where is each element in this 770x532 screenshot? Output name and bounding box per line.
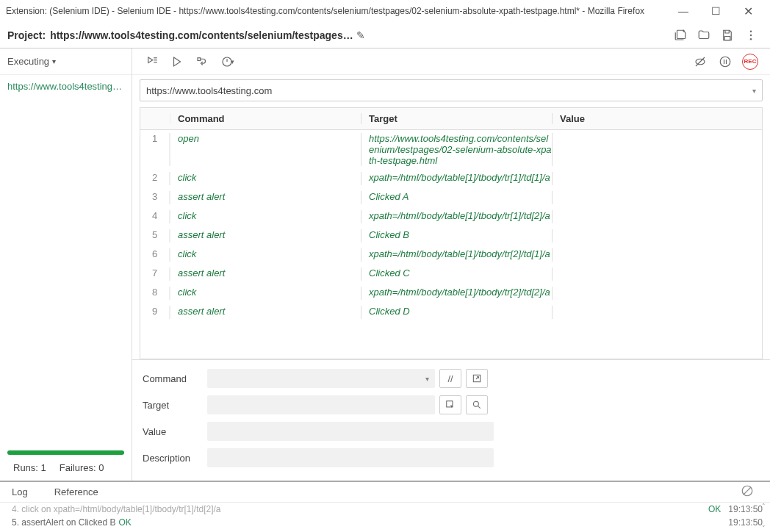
row-command: assert alert <box>170 229 361 242</box>
sidebar: Executing ▾ https://www.tools4testing.c.… <box>0 48 132 481</box>
clear-log-icon[interactable] <box>741 484 754 500</box>
form-description-input[interactable] <box>207 448 494 467</box>
log-area: 4. click on xpath=/html/body/table[1]/tb… <box>0 503 770 532</box>
grid-body: 1openhttps://www.tools4testing.com/conte… <box>140 130 762 359</box>
tab-log[interactable]: Log <box>12 486 28 497</box>
row-index: 2 <box>140 172 170 185</box>
svg-rect-8 <box>198 57 201 60</box>
header-command: Command <box>170 113 361 124</box>
chevron-down-icon: ▾ <box>752 87 756 95</box>
svg-marker-7 <box>174 57 181 66</box>
row-target: Clicked A <box>361 191 552 204</box>
grid-row[interactable]: 9assert alertClicked D <box>140 303 762 322</box>
row-value <box>552 267 762 281</box>
row-value <box>552 229 762 242</box>
grid-row[interactable]: 8clickxpath=/html/body/table[1]/tbody/tr… <box>140 284 762 303</box>
row-index: 4 <box>140 210 170 223</box>
grid-row[interactable]: 5assert alertClicked B <box>140 226 762 245</box>
row-target: xpath=/html/body/table[1]/tbody/tr[1]/td… <box>361 172 552 185</box>
tab-reference[interactable]: Reference <box>54 486 98 497</box>
speed-icon[interactable]: ▾ <box>215 51 240 73</box>
maximize-button[interactable]: ☐ <box>699 0 732 22</box>
run-all-icon[interactable] <box>140 51 165 73</box>
row-index: 7 <box>140 267 170 281</box>
row-index: 6 <box>140 248 170 262</box>
svg-point-18 <box>473 401 478 406</box>
svg-point-2 <box>750 38 752 40</box>
base-url-input[interactable]: https://www.tools4testing.com ▾ <box>140 79 763 101</box>
row-value <box>552 210 762 223</box>
svg-point-13 <box>720 57 730 67</box>
svg-marker-3 <box>148 57 153 63</box>
progress-bar <box>7 450 124 455</box>
more-menu-icon[interactable] <box>739 24 763 47</box>
comment-toggle-button[interactable]: // <box>439 369 461 388</box>
row-target: Clicked B <box>361 229 552 242</box>
row-command: open <box>170 133 361 166</box>
record-button[interactable]: REC <box>738 51 763 73</box>
main-content: Executing ▾ https://www.tools4testing.c.… <box>0 48 770 481</box>
row-target: xpath=/html/body/table[1]/tbody/tr[2]/td… <box>361 287 552 300</box>
runs-count: Runs: 1 <box>13 462 46 473</box>
svg-point-0 <box>750 30 752 32</box>
toolbar: ▾ REC <box>132 48 770 75</box>
window-title: Extension: (Selenium IDE) - Selenium IDE… <box>6 6 667 16</box>
row-value <box>552 191 762 204</box>
command-form: Command ▾ // Target Value <box>132 359 770 481</box>
row-command: assert alert <box>170 191 361 204</box>
run-current-icon[interactable] <box>165 51 190 73</box>
open-project-icon[interactable] <box>692 24 716 47</box>
disable-breakpoints-icon[interactable] <box>688 51 713 73</box>
row-index: 5 <box>140 229 170 242</box>
log-line: 4. click on xpath=/html/body/table[1]/tb… <box>0 503 770 516</box>
minimize-button[interactable]: — <box>667 0 699 22</box>
row-index: 3 <box>140 191 170 204</box>
row-command: assert alert <box>170 306 361 319</box>
open-reference-button[interactable] <box>466 369 488 388</box>
new-project-icon[interactable] <box>669 24 692 47</box>
tests-dropdown[interactable]: Executing ▾ <box>0 48 132 75</box>
grid-row[interactable]: 4clickxpath=/html/body/table[1]/tbody/tr… <box>140 207 762 226</box>
grid-row[interactable]: 6clickxpath=/html/body/table[1]/tbody/tr… <box>140 245 762 265</box>
form-target-input[interactable] <box>207 395 435 414</box>
find-target-button[interactable] <box>466 395 488 414</box>
row-target: https://www.tools4testing.com/contents/s… <box>361 133 552 166</box>
form-value-input[interactable] <box>207 422 494 441</box>
grid-row[interactable]: 2clickxpath=/html/body/table[1]/tbody/tr… <box>140 169 762 188</box>
header-target: Target <box>361 113 552 124</box>
row-command: click <box>170 248 361 262</box>
form-command-input[interactable]: ▾ <box>207 369 435 388</box>
grid-row[interactable]: 3assert alertClicked A <box>140 188 762 207</box>
grid-row[interactable]: 7assert alertClicked C <box>140 265 762 284</box>
row-target: xpath=/html/body/table[1]/tbody/tr[1]/td… <box>361 210 552 223</box>
grid-header: Command Target Value <box>140 108 762 130</box>
select-target-button[interactable] <box>439 395 461 414</box>
log-line: 5. assertAlert on Clicked BOK 19:13:50 <box>0 516 770 529</box>
form-value-label: Value <box>143 426 207 437</box>
svg-point-1 <box>750 34 752 35</box>
step-icon[interactable] <box>190 51 215 73</box>
row-command: click <box>170 210 361 223</box>
base-url-value: https://www.tools4testing.com <box>146 85 272 96</box>
save-project-icon[interactable] <box>716 24 739 47</box>
edit-project-icon[interactable]: ✎ <box>356 29 365 41</box>
row-index: 9 <box>140 306 170 319</box>
editor-panel: ▾ REC https://www.tools4testing.com ▾ Co… <box>132 48 770 481</box>
row-target: Clicked C <box>361 267 552 281</box>
row-target: Clicked D <box>361 306 552 319</box>
row-command: click <box>170 172 361 185</box>
pause-icon[interactable] <box>713 51 738 73</box>
command-grid: Command Target Value 1openhttps://www.to… <box>140 107 763 359</box>
project-label: Project: <box>7 29 46 41</box>
row-target: xpath=/html/body/table[1]/tbody/tr[2]/td… <box>361 248 552 262</box>
project-bar: Project: https://www.tools4testing.com/c… <box>0 22 770 48</box>
svg-line-21 <box>744 487 752 495</box>
svg-line-19 <box>478 406 481 409</box>
form-description-label: Description <box>143 453 207 464</box>
log-scrollbar[interactable]: ˄˅ <box>758 503 769 532</box>
form-target-label: Target <box>143 400 207 411</box>
close-button[interactable]: ✕ <box>732 0 764 22</box>
grid-row[interactable]: 1openhttps://www.tools4testing.com/conte… <box>140 130 762 169</box>
test-item[interactable]: https://www.tools4testing.c... <box>0 75 132 98</box>
executing-label: Executing <box>7 56 49 67</box>
